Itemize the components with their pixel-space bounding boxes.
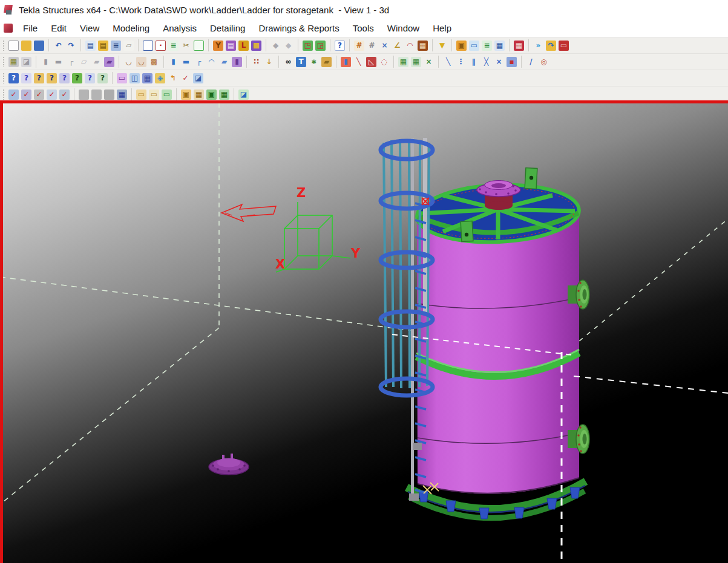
view-filter-icon[interactable]: ≡ <box>168 41 179 51</box>
select-region-icon[interactable] <box>194 41 204 51</box>
select-drawing-objects-icon[interactable]: ▦ <box>117 89 127 100</box>
steel-column-icon[interactable]: ▮ <box>41 57 51 67</box>
steel-item-icon[interactable]: ▰ <box>104 57 114 67</box>
modify-grid-icon[interactable]: # <box>367 41 377 51</box>
references-icon[interactable]: ▭ <box>559 41 569 51</box>
inquire-object-icon[interactable]: ? <box>8 73 19 83</box>
new-window-icon[interactable]: ▭ <box>117 73 127 83</box>
rebar-shape-icon[interactable]: × <box>424 57 434 67</box>
menu-item-detailing[interactable]: Detailing <box>203 21 252 36</box>
numbering-icon[interactable]: L <box>238 41 249 51</box>
tank-shell[interactable] <box>417 210 579 494</box>
inquire-component-icon[interactable]: ? <box>59 73 70 83</box>
weld-polygon-icon[interactable]: ╲ <box>353 57 364 67</box>
point-offset-icon[interactable]: ⋮ <box>456 57 466 67</box>
select-disabled-1-icon[interactable] <box>79 89 89 100</box>
menu-item-tools[interactable]: Tools <box>346 21 381 36</box>
toolbar-grip[interactable] <box>2 56 5 67</box>
model-viewport[interactable]: Z Y X <box>0 100 728 563</box>
snap-points-2-icon[interactable]: ▣ <box>206 89 217 100</box>
concrete-slab-icon[interactable]: ▰ <box>219 57 229 67</box>
view-properties-icon[interactable]: · <box>156 41 166 51</box>
undo-icon[interactable]: ↶ <box>53 41 64 51</box>
menu-item-window[interactable]: Window <box>381 21 426 36</box>
snap-geometry-icon[interactable]: ▭ <box>149 89 159 100</box>
steel-plate-icon[interactable]: ▰ <box>91 57 102 67</box>
tile-vertically-icon[interactable]: ◫ <box>130 73 140 83</box>
menu-item-modeling[interactable]: Modeling <box>106 21 156 36</box>
redo-icon[interactable]: ↷ <box>66 41 76 51</box>
organizer-icon[interactable]: ≡ <box>482 41 492 51</box>
inquire-drawing-icon[interactable]: ? <box>85 73 95 83</box>
numbering-setup-icon[interactable]: ■ <box>251 41 261 51</box>
toolbar-grip[interactable] <box>2 40 5 51</box>
cut-icon[interactable]: ✂ <box>181 41 191 51</box>
steel-polybeam-icon[interactable]: ┌ <box>66 57 76 67</box>
ladder-rail-right[interactable] <box>423 138 427 314</box>
create-weld-icon[interactable]: ▮ <box>341 57 351 67</box>
screenshot-tool-icon[interactable]: ◪ <box>238 89 249 100</box>
context-help-icon[interactable]: ? <box>335 41 345 51</box>
menu-item-analysis[interactable]: Analysis <box>156 21 203 36</box>
more-tools-icon[interactable]: » <box>533 41 543 51</box>
clash-check-icon[interactable]: ▣ <box>456 41 467 51</box>
mesh-icon[interactable]: ▩ <box>149 57 159 67</box>
object-browser-icon[interactable]: ▭ <box>469 41 479 51</box>
concrete-curved-beam-icon[interactable]: ◠ <box>206 57 217 67</box>
new-model-icon[interactable] <box>8 41 19 51</box>
inquire-point-icon[interactable]: ? <box>21 73 31 83</box>
concrete-beam-icon[interactable]: ▬ <box>181 57 191 67</box>
select-parts-icon[interactable]: ✓ <box>34 89 44 100</box>
point-on-line-icon[interactable]: ╲ <box>443 57 453 67</box>
menu-item-help[interactable]: Help <box>426 21 458 36</box>
snap-reference-icon[interactable]: ▭ <box>136 89 146 100</box>
concrete-column-icon[interactable]: ▮ <box>168 57 179 67</box>
autoconnection-icon[interactable]: Y <box>213 41 223 51</box>
weld-preparation-icon[interactable]: ◺ <box>366 57 376 67</box>
steel-beam-icon[interactable]: ▬ <box>53 57 64 67</box>
toolbar-grip[interactable] <box>2 73 5 83</box>
menu-item-file[interactable]: File <box>16 21 44 36</box>
menu-item-edit[interactable]: Edit <box>44 21 73 36</box>
concrete-polybeam-icon[interactable]: ┌ <box>194 57 204 67</box>
copy-special-icon[interactable]: ▤ <box>98 41 108 51</box>
copy-properties-icon[interactable]: ≡ <box>111 41 121 51</box>
explode-component-icon[interactable]: ◲ <box>315 41 326 51</box>
inquire-welds-icon[interactable]: ? <box>47 73 57 83</box>
tile-windows-icon[interactable]: ▦ <box>142 73 152 83</box>
anchor-rod-icon[interactable]: ↓ <box>264 57 274 67</box>
select-disabled-3-icon[interactable] <box>104 89 114 100</box>
toolbar-grip[interactable] <box>2 89 5 100</box>
pour-unit-icon[interactable]: ◡ <box>123 57 134 67</box>
previous-view-icon[interactable]: ↰ <box>168 73 178 83</box>
workplane-handler-icon[interactable]: ◈ <box>155 73 165 83</box>
custom-components-icon[interactable]: ▦ <box>514 41 524 51</box>
snap-points-1-icon[interactable]: ▣ <box>181 89 191 100</box>
lifting-lug-front[interactable] <box>461 221 473 241</box>
delete-part-icon[interactable]: ◪ <box>21 57 31 67</box>
autodefaults-icon[interactable]: ▤ <box>226 41 236 51</box>
point-intersection-icon[interactable]: ╳ <box>481 57 491 67</box>
copy-icon[interactable]: ▤ <box>85 41 96 51</box>
measure-angle-icon[interactable]: ∠ <box>392 41 402 51</box>
measure-arc-icon[interactable]: ◠ <box>405 41 415 51</box>
component-boxes-icon[interactable]: ▦ <box>8 57 19 67</box>
point-parallel-icon[interactable]: ∥ <box>468 57 479 67</box>
bolt-icon[interactable]: ∷ <box>251 57 261 67</box>
create-view-icon[interactable] <box>143 41 153 51</box>
select-components-icon[interactable]: ✓ <box>21 89 31 100</box>
component-catalog-icon[interactable]: T <box>296 57 306 67</box>
concrete-panel-icon[interactable]: ▮ <box>232 57 242 67</box>
point-bolt-icon[interactable]: ▪ <box>507 57 517 67</box>
inquire-report-icon[interactable]: ? <box>97 73 108 83</box>
rebar-group-icon[interactable]: ▦ <box>398 57 408 67</box>
point-diamond-1-icon[interactable]: ◆ <box>271 41 281 51</box>
point-diamond-2-icon[interactable]: ◆ <box>283 41 293 51</box>
pour-break-icon[interactable]: ◡ <box>136 57 146 67</box>
menu-item-drawings-reports[interactable]: Drawings & Reports <box>252 21 346 36</box>
open-model-icon[interactable] <box>21 41 31 51</box>
select-surfaces-icon[interactable]: ✓ <box>47 89 57 100</box>
select-points-icon[interactable]: ✓ <box>59 89 70 100</box>
pin-icon[interactable]: ▼ <box>437 41 447 51</box>
divide-line-icon[interactable]: / <box>526 57 536 67</box>
